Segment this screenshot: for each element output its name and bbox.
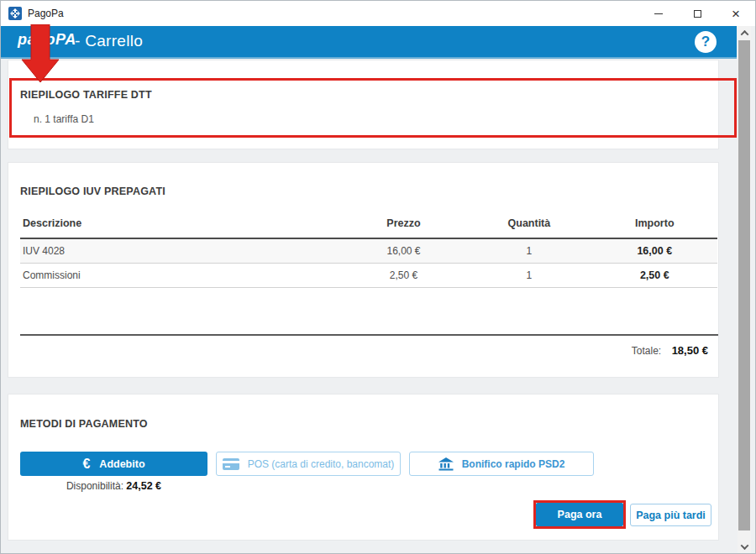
col-prezzo: Prezzo bbox=[341, 213, 466, 238]
iuv-card: RIEPILOGO IUV PREPAGATI Descrizione Prez… bbox=[8, 162, 719, 378]
total-value: 18,50 € bbox=[672, 344, 708, 357]
cell-quantita: 1 bbox=[466, 264, 591, 288]
cell-descrizione: Commissioni bbox=[20, 264, 341, 288]
table-header-row: Descrizione Prezzo Quantità Importo bbox=[20, 213, 717, 238]
addebito-button[interactable]: € Addebito bbox=[20, 452, 207, 476]
annotation-paynow-box: Paga ora bbox=[533, 500, 626, 529]
scroll-up-button[interactable] bbox=[738, 26, 751, 39]
payment-card: METODI DI PAGAMENTO € Addebito POS (cart… bbox=[8, 394, 719, 541]
maximize-button[interactable] bbox=[678, 1, 717, 26]
col-quantita: Quantità bbox=[466, 213, 591, 238]
addebito-label: Addebito bbox=[99, 458, 144, 470]
pos-label: POS (carta di credito, bancomat) bbox=[248, 458, 395, 470]
maximize-icon bbox=[694, 10, 701, 18]
cell-importo: 16,00 € bbox=[592, 238, 717, 264]
euro-icon: € bbox=[82, 457, 90, 472]
total-label: Totale: bbox=[632, 345, 661, 357]
title-bar: PagoPa × bbox=[1, 1, 755, 26]
cell-quantita: 1 bbox=[466, 238, 591, 264]
tariffa-item: n. 1 tariffa D1 bbox=[34, 113, 718, 125]
bank-icon bbox=[438, 457, 454, 471]
col-importo: Importo bbox=[592, 213, 717, 238]
pay-later-label: Paga più tardi bbox=[636, 510, 706, 521]
col-descrizione: Descrizione bbox=[20, 213, 341, 238]
tariffe-heading: RIEPILOGO TARIFFE DTT bbox=[20, 89, 718, 101]
table-row: IUV 4028 16,00 € 1 16,00 € bbox=[20, 238, 717, 264]
scroll-down-button[interactable] bbox=[738, 540, 751, 553]
app-header: pagoPA - Carrello ? bbox=[1, 26, 737, 59]
credit-card-icon bbox=[223, 458, 239, 470]
chevron-up-icon bbox=[740, 29, 748, 38]
pay-now-button[interactable]: Paga ora bbox=[536, 503, 623, 526]
tariffe-card: RIEPILOGO TARIFFE DTT n. 1 tariffa D1 bbox=[8, 60, 719, 149]
cell-prezzo: 2,50 € bbox=[341, 264, 466, 288]
scrollbar-thumb[interactable] bbox=[738, 40, 750, 530]
close-icon: × bbox=[732, 7, 740, 21]
pagopa-logo: pagoPA bbox=[18, 31, 76, 49]
total-row: Totale: 18,50 € bbox=[20, 334, 718, 358]
bonifico-label: Bonifico rapido PSD2 bbox=[462, 458, 565, 470]
availability-text: Disponibilità: 24,52 € bbox=[20, 480, 207, 492]
pos-button[interactable]: POS (carta di credito, bancomat) bbox=[216, 452, 401, 476]
cell-descrizione: IUV 4028 bbox=[20, 238, 341, 264]
question-icon: ? bbox=[701, 34, 710, 50]
availability-value: 24,52 € bbox=[126, 480, 161, 492]
close-button[interactable]: × bbox=[717, 1, 755, 26]
minimize-button[interactable] bbox=[639, 1, 678, 26]
cell-prezzo: 16,00 € bbox=[341, 238, 466, 264]
page-title: - Carrello bbox=[75, 32, 143, 50]
availability-label: Disponibilità: bbox=[66, 480, 123, 492]
iuv-table: Descrizione Prezzo Quantità Importo IUV … bbox=[20, 213, 717, 288]
pay-later-button[interactable]: Paga più tardi bbox=[630, 504, 711, 526]
app-icon bbox=[8, 7, 22, 20]
pay-now-label: Paga ora bbox=[558, 509, 602, 520]
bonifico-button[interactable]: Bonifico rapido PSD2 bbox=[409, 452, 594, 476]
help-button[interactable]: ? bbox=[695, 31, 717, 53]
vertical-scrollbar[interactable] bbox=[738, 26, 751, 553]
table-row: Commissioni 2,50 € 1 2,50 € bbox=[20, 264, 717, 288]
iuv-heading: RIEPILOGO IUV PREPAGATI bbox=[20, 186, 718, 197]
payment-heading: METODI DI PAGAMENTO bbox=[20, 418, 718, 430]
app-window: PagoPa × pagoPA - Carrello ? RIEPILOGO T… bbox=[0, 0, 756, 554]
cell-importo: 2,50 € bbox=[592, 264, 717, 288]
window-title: PagoPa bbox=[28, 8, 64, 19]
chevron-down-icon bbox=[740, 541, 748, 550]
window-controls: × bbox=[639, 1, 755, 26]
minimize-icon bbox=[654, 13, 663, 14]
